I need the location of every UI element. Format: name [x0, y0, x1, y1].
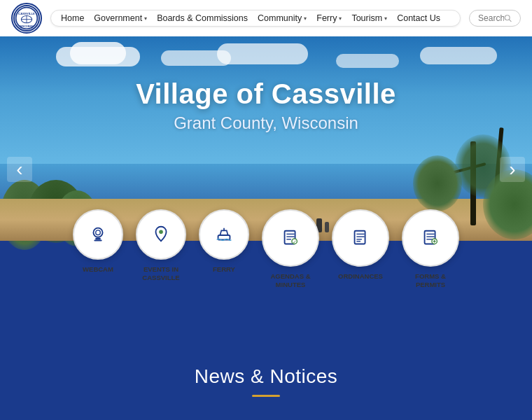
forms-circle	[402, 209, 459, 267]
quick-link-ordinances[interactable]: ORDINANCES	[332, 209, 389, 288]
ferry-label: FERRY	[213, 265, 235, 273]
hero-section: Village of Cassville Grant County, Wisco…	[0, 36, 532, 302]
cloud-4	[217, 43, 308, 64]
hero-title: Village of Cassville	[0, 78, 532, 110]
prev-slide-button[interactable]: ‹	[7, 157, 32, 182]
svg-point-9	[96, 230, 101, 235]
chevron-down-icon: ▾	[384, 15, 387, 22]
logo-text: CASSVILLE WISCONSIN	[13, 5, 40, 31]
svg-point-12	[159, 230, 163, 234]
wave-news-section: News & Notices	[0, 351, 532, 420]
search-box[interactable]	[469, 10, 521, 27]
hero-subtitle: Grant County, Wisconsin	[0, 113, 532, 133]
nav-government[interactable]: Government ▾	[94, 13, 147, 23]
svg-line-7	[510, 20, 512, 22]
nav-home[interactable]: Home	[61, 13, 84, 23]
events-label: EVENTS INCASSVILLE	[142, 265, 179, 281]
svg-rect-21	[355, 231, 365, 244]
ordinances-icon	[350, 227, 371, 248]
webcam-label: WEBCAM	[83, 265, 113, 273]
site-header: CASSVILLE WISCONSIN Home Government ▾ Bo…	[0, 0, 532, 36]
svg-text:✓: ✓	[293, 240, 297, 245]
svg-rect-10	[95, 238, 101, 240]
chevron-down-icon: ▾	[339, 15, 342, 22]
webcam-icon	[88, 224, 108, 245]
quick-link-events[interactable]: EVENTS INCASSVILLE	[136, 209, 186, 288]
pin-icon	[150, 224, 172, 245]
forms-label: FORMS &PERMITS	[415, 272, 446, 288]
cloud-2	[70, 42, 126, 64]
nav-ferry[interactable]: Ferry ▾	[316, 13, 342, 23]
nav-tourism[interactable]: Tourism ▾	[351, 13, 387, 23]
svg-text:CASSVILLE: CASSVILLE	[18, 12, 35, 15]
news-title: News & Notices	[0, 365, 532, 388]
webcam-circle	[73, 209, 123, 260]
svg-text:WISCONSIN: WISCONSIN	[20, 25, 34, 28]
ordinances-circle	[332, 209, 389, 267]
quick-link-agendas[interactable]: ✓ AGENDAS &MINUTES	[262, 209, 319, 288]
main-nav: Home Government ▾ Boards & Commissions C…	[50, 10, 461, 27]
cloud-6	[420, 47, 497, 64]
ferry-icon	[214, 224, 234, 245]
agendas-circle: ✓	[262, 209, 319, 267]
events-circle	[136, 209, 186, 260]
quick-link-webcam[interactable]: WEBCAM	[73, 209, 123, 288]
ordinances-label: ORDINANCES	[338, 272, 383, 280]
search-icon	[504, 13, 512, 23]
news-divider	[252, 395, 280, 397]
site-logo[interactable]: CASSVILLE WISCONSIN	[11, 3, 42, 34]
quick-link-forms[interactable]: FORMS &PERMITS	[402, 209, 459, 288]
chevron-down-icon: ▾	[144, 15, 147, 22]
nav-contact[interactable]: Contact Us	[397, 13, 440, 23]
svg-rect-11	[94, 240, 102, 241]
forms-icon	[420, 227, 441, 248]
nav-boards[interactable]: Boards & Commissions	[157, 13, 248, 23]
search-input[interactable]	[478, 13, 504, 23]
quick-link-ferry[interactable]: FERRY	[199, 209, 249, 288]
quick-links-bar: WEBCAM EVENTS INCASSVILLE	[0, 209, 532, 288]
nav-community[interactable]: Community ▾	[258, 13, 307, 23]
ferry-circle	[199, 209, 249, 260]
news-notices-section: News & Notices	[0, 351, 532, 404]
next-slide-button[interactable]: ›	[500, 157, 525, 182]
agendas-icon: ✓	[280, 227, 301, 248]
chevron-down-icon: ▾	[304, 15, 307, 22]
cloud-5	[336, 54, 399, 68]
agendas-label: AGENDAS &MINUTES	[270, 272, 310, 288]
svg-point-8	[93, 228, 102, 237]
